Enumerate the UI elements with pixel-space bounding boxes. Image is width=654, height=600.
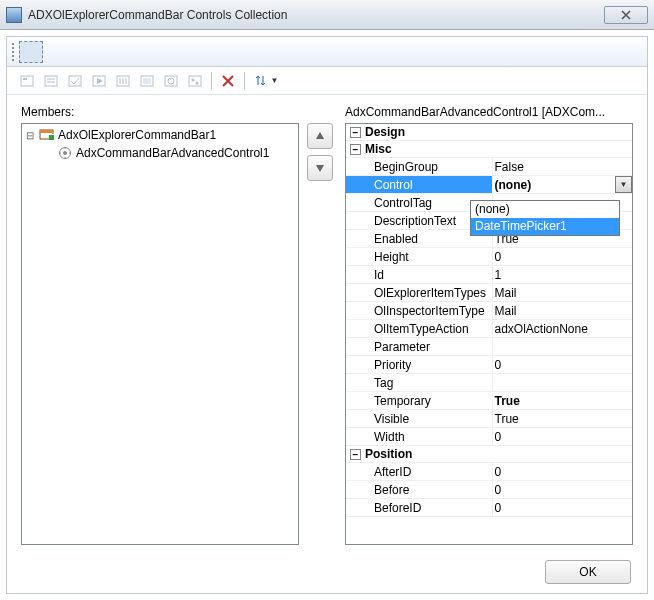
property-name: Before [346, 481, 492, 499]
toolbutton-1[interactable] [17, 71, 37, 91]
property-name: AfterID [346, 463, 492, 481]
property-value[interactable]: Mail [492, 284, 632, 302]
dropdown-button[interactable]: ▼ [615, 176, 632, 193]
delete-button[interactable] [218, 71, 238, 91]
close-button[interactable] [604, 6, 648, 24]
svg-marker-26 [316, 165, 324, 172]
commandbar-icon: + [39, 127, 55, 143]
rebar-strip [7, 37, 647, 67]
svg-rect-13 [143, 78, 151, 84]
property-name: OlExplorerItemTypes [346, 284, 492, 302]
tree-item-label: AdxCommandBarAdvancedControl1 [76, 146, 269, 160]
toolbar-separator [211, 72, 212, 90]
svg-marker-7 [97, 78, 103, 84]
property-value[interactable]: 0 [492, 481, 632, 499]
property-value[interactable] [492, 338, 632, 356]
svg-rect-2 [45, 76, 57, 86]
property-row[interactable]: OlInspectorItemTypeMail [346, 302, 632, 320]
toolbutton-2[interactable] [41, 71, 61, 91]
property-value[interactable]: 0 [492, 428, 632, 446]
property-value[interactable]: 0 [492, 248, 632, 266]
ok-button[interactable]: OK [545, 560, 631, 584]
property-value[interactable]: 1 [492, 266, 632, 284]
members-label: Members: [21, 105, 299, 119]
toolbutton-4[interactable] [89, 71, 109, 91]
property-category[interactable]: −Position [346, 446, 632, 463]
property-value[interactable]: Mail [492, 302, 632, 320]
property-value[interactable]: 0 [492, 356, 632, 374]
property-row[interactable]: AfterID0 [346, 463, 632, 481]
property-row[interactable]: Width0 [346, 428, 632, 446]
property-value[interactable]: adxOlActionNone [492, 320, 632, 338]
properties-panel: AdxCommandBarAdvancedControl1 [ADXCom...… [345, 105, 633, 545]
dropdown-option[interactable]: DateTimePicker1 [471, 218, 619, 235]
property-row[interactable]: BeforeID0 [346, 499, 632, 517]
property-name: Parameter [346, 338, 492, 356]
property-name: OlInspectorItemType [346, 302, 492, 320]
tree-child-item[interactable]: AdxCommandBarAdvancedControl1 [24, 144, 296, 162]
property-row[interactable]: TemporaryTrue [346, 392, 632, 410]
members-panel: Members: ⊟ + AdxOlExplorerCommandBar1 [21, 105, 299, 545]
property-name: Visible [346, 410, 492, 428]
property-row[interactable]: OlExplorerItemTypesMail [346, 284, 632, 302]
sort-button[interactable]: ▼ [251, 71, 281, 91]
tree-item-label: AdxOlExplorerCommandBar1 [58, 128, 216, 142]
property-category[interactable]: −Design [346, 124, 632, 141]
svg-point-15 [168, 78, 174, 84]
collapse-icon[interactable]: − [350, 449, 361, 460]
property-value[interactable]: False [492, 158, 632, 176]
reorder-buttons [307, 105, 337, 545]
property-name: Temporary [346, 392, 492, 410]
property-row[interactable]: Before0 [346, 481, 632, 499]
property-value[interactable]: True [492, 392, 632, 410]
svg-marker-25 [316, 132, 324, 139]
property-grid[interactable]: −Design−MiscBeginGroupFalseControl(none)… [345, 123, 633, 545]
property-row[interactable]: Parameter [346, 338, 632, 356]
toolbutton-5[interactable] [113, 71, 133, 91]
property-name: OlItemTypeAction [346, 320, 492, 338]
collapse-icon[interactable]: − [350, 144, 361, 155]
toolbutton-3[interactable] [65, 71, 85, 91]
property-row[interactable]: Id1 [346, 266, 632, 284]
property-name: Id [346, 266, 492, 284]
toolbar: ▼ [7, 67, 647, 95]
property-row[interactable]: BeginGroupFalse [346, 158, 632, 176]
property-row[interactable]: Tag [346, 374, 632, 392]
property-name: BeginGroup [346, 158, 492, 176]
dropdown-option[interactable]: (none) [471, 201, 619, 218]
move-down-button[interactable] [307, 155, 333, 181]
property-value[interactable]: 0 [492, 463, 632, 481]
property-value[interactable] [492, 374, 632, 392]
property-row[interactable]: Priority0 [346, 356, 632, 374]
collapse-icon[interactable]: ⊟ [24, 130, 36, 141]
property-value[interactable]: 0 [492, 499, 632, 517]
toolbutton-7[interactable] [161, 71, 181, 91]
move-up-button[interactable] [307, 123, 333, 149]
toolbutton-6[interactable] [137, 71, 157, 91]
property-row[interactable]: VisibleTrue [346, 410, 632, 428]
collapse-icon[interactable]: − [350, 127, 361, 138]
property-value[interactable]: (none)▼ [492, 176, 632, 194]
selected-obj-label: AdxCommandBarAdvancedControl1 [ADXCom... [345, 105, 633, 119]
members-tree[interactable]: ⊟ + AdxOlExplorerCommandBar1 AdxCommandB… [21, 123, 299, 545]
svg-point-17 [192, 78, 195, 81]
content-area: Members: ⊟ + AdxOlExplorerCommandBar1 [7, 95, 647, 551]
property-value[interactable]: True [492, 410, 632, 428]
control-icon [57, 145, 73, 161]
toolbutton-8[interactable] [185, 71, 205, 91]
svg-point-24 [63, 151, 67, 155]
drop-slot[interactable] [19, 41, 43, 63]
property-row[interactable]: Height0 [346, 248, 632, 266]
property-row[interactable]: Control(none)▼ [346, 176, 632, 194]
grip-icon[interactable] [11, 42, 15, 62]
dialog-body: ▼ Members: ⊟ + AdxOlExplorerCommandBar1 [6, 36, 648, 594]
property-name: Priority [346, 356, 492, 374]
property-name: Tag [346, 374, 492, 392]
property-category[interactable]: −Misc [346, 141, 632, 158]
control-dropdown[interactable]: (none)DateTimePicker1 [470, 200, 620, 236]
app-icon [6, 7, 22, 23]
svg-rect-5 [69, 76, 81, 86]
toolbar-separator [244, 72, 245, 90]
property-row[interactable]: OlItemTypeActionadxOlActionNone [346, 320, 632, 338]
tree-root-item[interactable]: ⊟ + AdxOlExplorerCommandBar1 [24, 126, 296, 144]
